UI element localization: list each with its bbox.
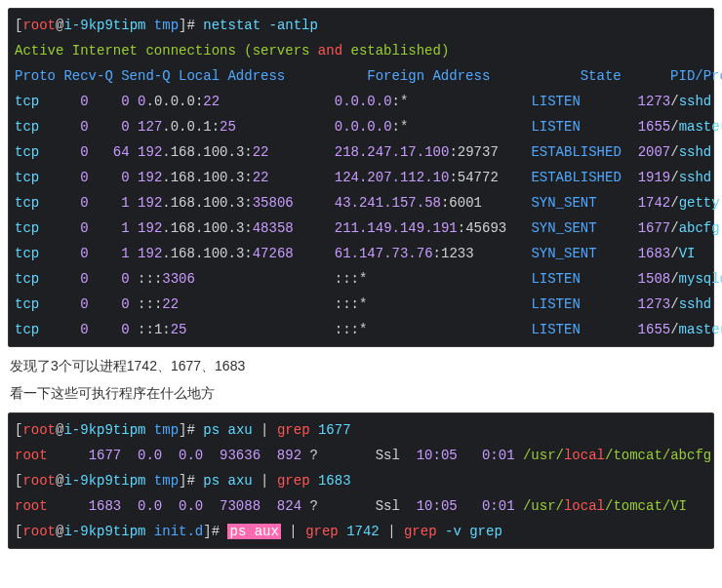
netstat-header: Proto Recv-Q Send-Q Local Address Foreig…	[15, 63, 707, 89]
netstat-row: tcp 0 1 192.168.100.3:35806 43.241.157.5…	[15, 190, 707, 216]
netstat-rows: tcp 0 0 0.0.0.0:22 0.0.0.0:* LISTEN 1273…	[15, 89, 707, 342]
active-connections-line: Active Internet connections (servers and…	[15, 38, 707, 63]
netstat-row: tcp 0 0 :::3306 :::* LISTEN 1508/mysqld	[15, 266, 707, 292]
netstat-row: tcp 0 1 192.168.100.3:47268 61.147.73.76…	[15, 241, 707, 266]
netstat-row: tcp 0 1 192.168.100.3:48358 211.149.149.…	[15, 216, 707, 241]
ps-output-1683: root 1683 0.0 0.0 73088 824 ? Ssl 10:05 …	[15, 493, 707, 519]
netstat-row: tcp 0 0 :::22 :::* LISTEN 1273/sshd	[15, 292, 707, 317]
terminal-ps: [root@i-9kp9tipm tmp]# ps axu | grep 167…	[8, 412, 714, 549]
prompt-line-1: [root@i-9kp9tipm tmp]# netstat -antlp	[15, 13, 707, 38]
prompt-line-2: [root@i-9kp9tipm tmp]# ps axu | grep 167…	[15, 417, 707, 443]
prompt-line-4: [root@i-9kp9tipm init.d]# ps aux | grep …	[15, 519, 707, 544]
netstat-cmd: netstat -antlp	[203, 18, 318, 33]
netstat-row: tcp 0 0 ::1:25 :::* LISTEN 1655/master	[15, 317, 707, 342]
terminal-netstat: [root@i-9kp9tipm tmp]# netstat -antlp Ac…	[8, 8, 714, 347]
netstat-row: tcp 0 0 127.0.0.1:25 0.0.0.0:* LISTEN 16…	[15, 114, 707, 139]
note-check-location: 看一下这些可执行程序在什么地方	[10, 382, 712, 404]
note-found-procs: 发现了3个可以进程1742、1677、1683	[10, 355, 712, 376]
ps-output-1677: root 1677 0.0 0.0 93636 892 ? Ssl 10:05 …	[15, 443, 707, 468]
netstat-row: tcp 0 0 0.0.0.0:22 0.0.0.0:* LISTEN 1273…	[15, 89, 707, 114]
prompt-line-3: [root@i-9kp9tipm tmp]# ps axu | grep 168…	[15, 468, 707, 493]
netstat-row: tcp 0 64 192.168.100.3:22 218.247.17.100…	[15, 139, 707, 165]
netstat-row: tcp 0 0 192.168.100.3:22 124.207.112.10:…	[15, 165, 707, 190]
